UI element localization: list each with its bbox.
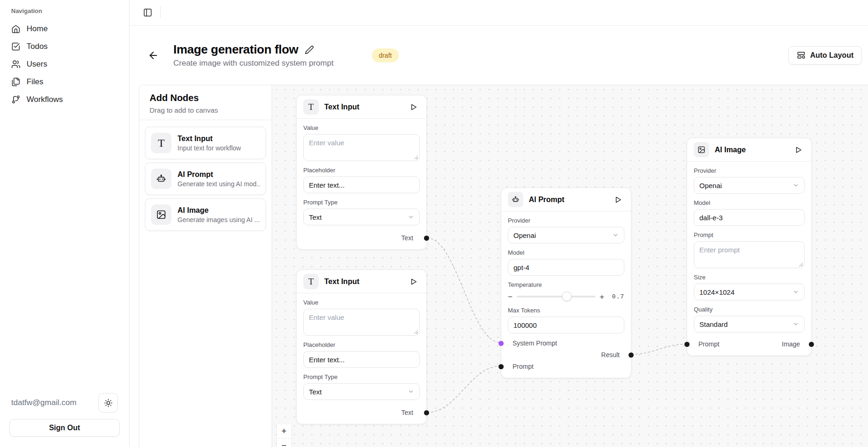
slider-decrease-button[interactable]: − — [508, 293, 513, 301]
provider-select[interactable]: Openai — [508, 227, 624, 244]
theme-toggle-button[interactable] — [98, 393, 118, 413]
palette-card-ai-image[interactable]: AI Image Generate images using AI ... — [145, 198, 266, 231]
page-title: Image generation flow — [173, 42, 298, 57]
model-input[interactable] — [508, 259, 624, 276]
edit-title-button[interactable] — [305, 45, 314, 54]
workflows-icon — [11, 95, 21, 104]
output-row: Text — [303, 232, 420, 244]
add-nodes-panel: Add Nodes Drag to add to canvas T Text I… — [139, 85, 272, 447]
chevron-down-icon — [793, 289, 799, 295]
run-node-button[interactable] — [408, 276, 420, 288]
auto-layout-button[interactable]: Auto Layout — [788, 46, 862, 65]
play-icon — [614, 196, 622, 204]
run-node-button[interactable] — [408, 101, 420, 113]
sidebar-item-files[interactable]: Files — [6, 73, 123, 91]
users-icon — [11, 60, 21, 69]
sidebar: Navigation Home Todos Users Files Workfl… — [0, 0, 130, 447]
output-handle-image[interactable] — [809, 342, 814, 347]
input-handle-system-prompt[interactable] — [499, 341, 504, 346]
flow-canvas[interactable]: T Text Input Value Placeholder Prompt Ty… — [272, 85, 868, 447]
files-icon — [11, 77, 21, 87]
image-icon — [694, 142, 709, 157]
io-row: Prompt Image — [694, 338, 805, 350]
play-icon — [794, 146, 803, 154]
text-input-icon: T — [303, 99, 319, 115]
node-ai-image[interactable]: AI Image Provider Openai Model Pr — [687, 138, 812, 356]
text-input-icon: T — [303, 274, 319, 289]
slider-knob[interactable] — [562, 291, 572, 301]
input-row-system-prompt: System Prompt — [508, 337, 624, 349]
zoom-out-button[interactable]: − — [277, 439, 291, 447]
value-textarea[interactable] — [303, 309, 420, 336]
sign-out-button[interactable]: Sign Out — [9, 419, 120, 437]
output-row: Text — [303, 406, 420, 418]
zoom-controls: + − — [277, 424, 291, 447]
node-ai-prompt[interactable]: AI Prompt Provider Openai Model T — [501, 188, 631, 378]
field-label: Quality — [694, 306, 805, 313]
page-subtitle: Create image with customized system prom… — [173, 59, 334, 68]
palette-card-description: Generate images using AI ... — [178, 216, 260, 224]
node-header: AI Image — [687, 138, 811, 162]
provider-select[interactable]: Openai — [694, 177, 805, 194]
model-input[interactable] — [694, 209, 805, 226]
quality-select[interactable]: Standard — [694, 316, 805, 332]
edge-result-to-prompt — [631, 344, 687, 354]
sidebar-footer: tdatfw@gmail.com Sign Out — [0, 386, 129, 447]
palette-card-description: Generate text using AI mod... — [178, 180, 260, 188]
max-tokens-input[interactable] — [508, 317, 624, 333]
node-text-input-2[interactable]: T Text Input Value Placeholder Prompt Ty… — [296, 270, 427, 424]
status-badge: draft — [372, 48, 399, 62]
prompt-textarea[interactable] — [694, 241, 805, 268]
value-textarea[interactable] — [303, 134, 420, 161]
slider-increase-button[interactable]: + — [600, 293, 604, 301]
palette-card-ai-prompt[interactable]: AI Prompt Generate text using AI mod... — [145, 163, 266, 195]
input-label-prompt: Prompt — [698, 340, 719, 348]
palette-card-title: AI Image — [178, 206, 260, 215]
node-title: AI Prompt — [529, 196, 607, 204]
zoom-in-button[interactable]: + — [277, 424, 291, 439]
sidebar-toggle-button[interactable] — [141, 6, 155, 20]
add-nodes-subtitle: Drag to add to canvas — [150, 106, 261, 114]
run-node-button[interactable] — [793, 144, 805, 156]
field-label: Prompt — [694, 231, 805, 239]
placeholder-input[interactable] — [303, 176, 420, 193]
sidebar-item-todos[interactable]: Todos — [6, 38, 123, 55]
todos-icon — [11, 42, 21, 51]
node-text-input-1[interactable]: T Text Input Value Placeholder Prompt Ty… — [296, 95, 427, 250]
input-handle-prompt[interactable] — [499, 364, 504, 369]
output-handle-text[interactable] — [424, 236, 429, 241]
edge-text2-to-prompt — [427, 366, 501, 413]
prompt-type-select[interactable]: Text — [303, 209, 420, 225]
user-email: tdatfw@gmail.com — [11, 398, 76, 407]
field-label: Provider — [694, 167, 805, 175]
chevron-down-icon — [408, 388, 414, 395]
sidebar-item-users[interactable]: Users — [6, 55, 123, 73]
sidebar-item-label: Workflows — [27, 95, 63, 104]
flow-editor: Add Nodes Drag to add to canvas T Text I… — [139, 85, 868, 447]
node-title: AI Image — [715, 146, 787, 154]
back-button[interactable] — [145, 47, 161, 63]
placeholder-input[interactable] — [303, 351, 420, 368]
node-header: T Text Input — [297, 95, 426, 119]
field-label: Model — [694, 199, 805, 207]
palette-card-text-input[interactable]: T Text Input Input text for workflow — [145, 127, 266, 159]
run-node-button[interactable] — [612, 194, 624, 206]
prompt-type-select[interactable]: Text — [303, 383, 420, 400]
output-handle-text[interactable] — [424, 410, 429, 415]
chevron-down-icon — [612, 232, 619, 238]
temperature-slider[interactable] — [517, 296, 595, 298]
image-icon — [151, 204, 171, 225]
field-label: Value — [303, 299, 420, 306]
size-select[interactable]: 1024×1024 — [694, 284, 805, 300]
chevron-down-icon — [793, 321, 799, 327]
field-label: Prompt Type — [303, 199, 420, 206]
sidebar-item-workflows[interactable]: Workflows — [6, 91, 123, 108]
sidebar-item-home[interactable]: Home — [6, 20, 123, 38]
input-handle-prompt[interactable] — [684, 342, 690, 347]
field-label: Model — [508, 249, 624, 257]
panel-left-icon — [143, 8, 152, 17]
output-label-image: Image — [782, 340, 800, 348]
output-row-result: Result — [508, 349, 624, 360]
output-handle-result[interactable] — [629, 352, 634, 358]
field-label: Placeholder — [303, 341, 420, 349]
